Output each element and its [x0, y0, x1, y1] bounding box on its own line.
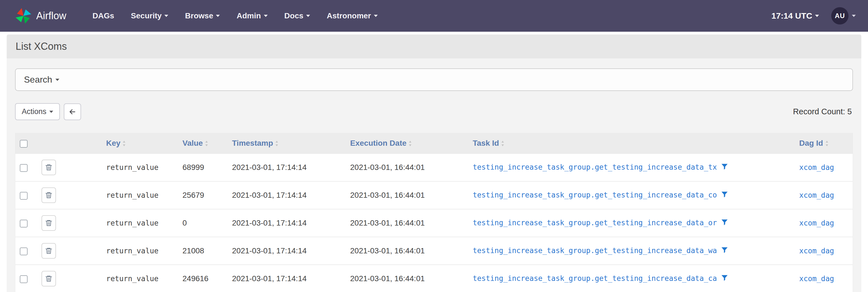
- sort-icon[interactable]: [275, 141, 278, 146]
- task-id-link[interactable]: testing_increase_task_group.get_testing_…: [473, 274, 717, 283]
- delete-row-button[interactable]: [41, 271, 56, 286]
- list-xcoms-panel: List XComs Search Actions Record Count: …: [7, 35, 861, 292]
- column-header-dag-id[interactable]: Dag Id: [795, 133, 853, 153]
- table-header-row: Key Value Timestamp Execution Date Task: [15, 133, 853, 153]
- task-id-link[interactable]: testing_increase_task_group.get_testing_…: [473, 191, 717, 199]
- avatar: AU: [831, 7, 848, 25]
- table-row: return_value 68999 2021-03-01, 17:14:14 …: [15, 153, 853, 181]
- navbar: Airflow DAGs Security Browse Admin Docs …: [0, 0, 868, 32]
- filter-icon[interactable]: [721, 219, 728, 228]
- dag-id-link[interactable]: xcom_dag: [799, 191, 834, 199]
- filter-icon[interactable]: [721, 191, 728, 200]
- nav-item-security[interactable]: Security: [123, 0, 177, 32]
- delete-row-button[interactable]: [41, 243, 56, 259]
- cell-value: 0: [178, 209, 227, 237]
- main-nav: DAGs Security Browse Admin Docs Astronom…: [84, 0, 386, 32]
- cell-timestamp: 2021-03-01, 17:14:14: [227, 237, 346, 265]
- row-checkbox[interactable]: [20, 164, 28, 172]
- arrow-left-icon: [68, 108, 76, 116]
- row-checkbox[interactable]: [20, 275, 28, 283]
- cell-timestamp: 2021-03-01, 17:14:14: [227, 153, 346, 181]
- search-panel-toggle[interactable]: Search: [15, 68, 853, 91]
- chevron-down-icon: [216, 15, 220, 17]
- column-header-timestamp[interactable]: Timestamp: [227, 133, 346, 153]
- sort-icon[interactable]: [123, 141, 126, 146]
- clock-label: 17:14 UTC: [771, 11, 812, 21]
- xcom-table: Key Value Timestamp Execution Date Task: [15, 133, 853, 292]
- airflow-logo-icon: [14, 7, 32, 25]
- cell-key: return_value: [70, 265, 178, 292]
- column-header-task-id[interactable]: Task Id: [468, 133, 795, 153]
- table-row: return_value 0 2021-03-01, 17:14:14 2021…: [15, 209, 853, 237]
- toolbar: Actions Record Count: 5: [15, 103, 853, 120]
- chevron-down-icon: [264, 15, 268, 17]
- brand[interactable]: Airflow: [14, 7, 66, 25]
- chevron-down-icon: [306, 15, 310, 17]
- cell-key: return_value: [70, 181, 178, 209]
- cell-value: 68999: [178, 153, 227, 181]
- panel-body: Search Actions Record Count: 5: [7, 59, 861, 292]
- cell-execution-date: 2021-03-01, 16:44:01: [346, 209, 468, 237]
- sort-icon[interactable]: [205, 141, 208, 146]
- nav-item-admin[interactable]: Admin: [228, 0, 276, 32]
- trash-icon: [45, 163, 53, 172]
- column-header-key[interactable]: Key: [70, 133, 178, 153]
- cell-key: return_value: [70, 153, 178, 181]
- column-header-value[interactable]: Value: [178, 133, 227, 153]
- cell-execution-date: 2021-03-01, 16:44:01: [346, 237, 468, 265]
- nav-item-astronomer[interactable]: Astronomer: [318, 0, 386, 32]
- dag-id-link[interactable]: xcom_dag: [799, 219, 834, 227]
- cell-execution-date: 2021-03-01, 16:44:01: [346, 153, 468, 181]
- cell-execution-date: 2021-03-01, 16:44:01: [346, 181, 468, 209]
- record-count: Record Count: 5: [793, 107, 853, 116]
- chevron-down-icon: [815, 15, 819, 17]
- cell-value: 249616: [178, 265, 227, 292]
- trash-icon: [45, 219, 53, 227]
- filter-icon[interactable]: [721, 274, 728, 283]
- select-all-checkbox[interactable]: [20, 140, 28, 148]
- chevron-down-icon: [56, 79, 59, 81]
- delete-row-button[interactable]: [41, 160, 56, 175]
- column-header-execution-date[interactable]: Execution Date: [346, 133, 468, 153]
- actions-column-header: [37, 133, 70, 153]
- cell-timestamp: 2021-03-01, 17:14:14: [227, 265, 346, 292]
- delete-row-button[interactable]: [41, 187, 56, 203]
- sort-icon[interactable]: [501, 141, 504, 146]
- task-id-link[interactable]: testing_increase_task_group.get_testing_…: [473, 246, 717, 255]
- chevron-down-icon: [852, 15, 856, 17]
- chevron-down-icon: [49, 111, 53, 113]
- dag-id-link[interactable]: xcom_dag: [799, 275, 834, 283]
- back-button[interactable]: [64, 104, 81, 120]
- cell-value: 25679: [178, 181, 227, 209]
- dag-id-link[interactable]: xcom_dag: [799, 247, 834, 255]
- filter-icon[interactable]: [721, 163, 728, 172]
- table-row: return_value 249616 2021-03-01, 17:14:14…: [15, 265, 853, 292]
- trash-icon: [45, 247, 53, 255]
- table-row: return_value 25679 2021-03-01, 17:14:14 …: [15, 181, 853, 209]
- nav-item-docs[interactable]: Docs: [276, 0, 318, 32]
- row-checkbox[interactable]: [20, 248, 28, 255]
- navbar-right: 17:14 UTC AU: [771, 7, 856, 25]
- row-checkbox[interactable]: [20, 220, 28, 227]
- dag-id-link[interactable]: xcom_dag: [799, 163, 834, 172]
- page-title: List XComs: [7, 35, 861, 59]
- sort-icon[interactable]: [409, 141, 412, 146]
- delete-row-button[interactable]: [41, 215, 56, 231]
- row-checkbox[interactable]: [20, 192, 28, 200]
- brand-label: Airflow: [36, 10, 66, 22]
- actions-button[interactable]: Actions: [15, 103, 60, 120]
- cell-timestamp: 2021-03-01, 17:14:14: [227, 209, 346, 237]
- chevron-down-icon: [164, 15, 168, 17]
- cell-execution-date: 2021-03-01, 16:44:01: [346, 265, 468, 292]
- sort-icon[interactable]: [826, 141, 829, 146]
- nav-item-dags[interactable]: DAGs: [84, 0, 123, 32]
- cell-value: 21008: [178, 237, 227, 265]
- user-menu[interactable]: AU: [831, 7, 856, 25]
- filter-icon[interactable]: [721, 246, 728, 256]
- cell-key: return_value: [70, 209, 178, 237]
- chevron-down-icon: [374, 15, 378, 17]
- task-id-link[interactable]: testing_increase_task_group.get_testing_…: [473, 219, 717, 227]
- nav-item-browse[interactable]: Browse: [177, 0, 228, 32]
- clock-dropdown[interactable]: 17:14 UTC: [771, 11, 819, 21]
- task-id-link[interactable]: testing_increase_task_group.get_testing_…: [473, 163, 717, 171]
